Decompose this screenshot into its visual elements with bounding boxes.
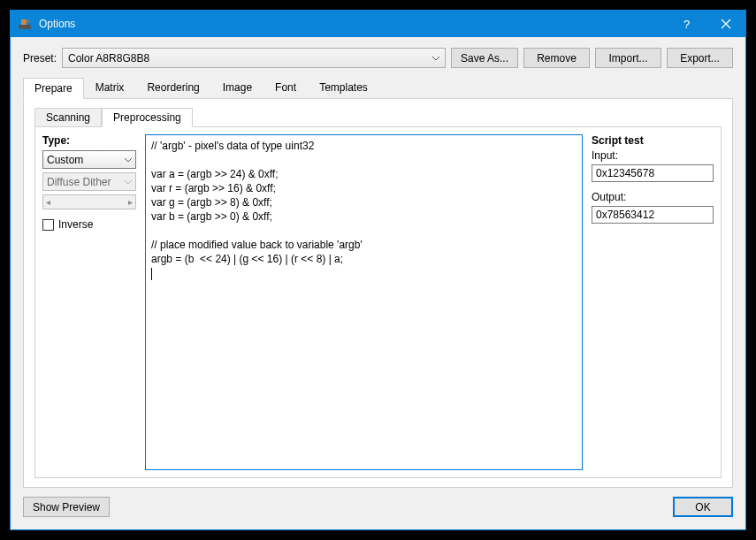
type-combo-value: Custom [47, 154, 83, 166]
svg-point-2 [27, 19, 30, 23]
svg-rect-1 [21, 19, 27, 25]
tab-preprocessing[interactable]: Preprocessing [102, 108, 193, 127]
window-title: Options [39, 18, 666, 30]
export-button[interactable]: Export... [667, 48, 733, 68]
script-test-header: Script test [592, 134, 714, 147]
tab-reordering[interactable]: Reordering [135, 77, 210, 98]
output-value: 0x78563412 [596, 209, 654, 221]
save-as-button[interactable]: Save As... [451, 48, 518, 68]
app-icon [18, 17, 32, 31]
tab-matrix[interactable]: Matrix [84, 77, 136, 98]
close-button[interactable] [706, 11, 745, 37]
tab-templates[interactable]: Templates [308, 77, 379, 98]
checkbox-box-icon [42, 219, 54, 231]
remove-button[interactable]: Remove [523, 48, 590, 68]
script-test-column: Script test Input: 0x12345678 Output: 0x… [592, 134, 714, 470]
options-window: Options ? Preset: Color A8R8G8B8 Save As… [10, 10, 746, 530]
output-field: 0x78563412 [592, 206, 714, 224]
preprocessing-panel: Type: Custom Diffuse Dither ◂ ▸ [34, 126, 722, 478]
svg-text:?: ? [683, 19, 690, 29]
preset-label: Preset: [23, 52, 57, 65]
type-combo[interactable]: Custom [42, 150, 136, 169]
dither-combo-value: Diffuse Dither [47, 176, 111, 188]
text-cursor [151, 268, 152, 280]
preset-select[interactable]: Color A8R8G8B8 [62, 48, 446, 68]
help-button[interactable]: ? [666, 11, 706, 37]
input-label: Input: [592, 149, 714, 162]
inverse-checkbox[interactable]: Inverse [42, 218, 136, 231]
inverse-label: Inverse [58, 218, 93, 231]
chevron-down-icon [432, 52, 439, 65]
dither-combo: Diffuse Dither [42, 172, 136, 191]
output-label: Output: [592, 191, 714, 203]
titlebar: Options ? [11, 11, 745, 37]
ok-button[interactable]: OK [673, 497, 733, 517]
inner-tabstrip: Scanning Preprocessing [34, 108, 722, 127]
tab-image[interactable]: Image [211, 77, 263, 98]
type-label: Type: [42, 134, 136, 147]
footer: Show Preview OK [23, 497, 733, 517]
chevron-left-icon: ◂ [46, 197, 50, 207]
show-preview-button[interactable]: Show Preview [23, 497, 110, 517]
client-area: Preset: Color A8R8G8B8 Save As... Remove… [11, 37, 745, 529]
tab-font[interactable]: Font [263, 77, 308, 98]
import-button[interactable]: Import... [595, 48, 661, 68]
tab-scanning[interactable]: Scanning [34, 108, 102, 127]
input-field[interactable]: 0x12345678 [592, 164, 714, 182]
disabled-scrollbar: ◂ ▸ [42, 194, 136, 209]
svg-rect-0 [19, 25, 31, 29]
tab-prepare[interactable]: Prepare [23, 78, 84, 99]
script-text: // 'argb' - pixel's data of type uint32 … [151, 140, 363, 265]
type-column: Type: Custom Diffuse Dither ◂ ▸ [42, 134, 136, 470]
outer-tabstrip: Prepare Matrix Reordering Image Font Tem… [23, 77, 733, 99]
chevron-down-icon [125, 176, 132, 188]
prepare-panel: Scanning Preprocessing Type: Custom Diff… [23, 99, 733, 488]
input-value: 0x12345678 [596, 167, 654, 179]
chevron-down-icon [125, 154, 132, 166]
preset-value: Color A8R8G8B8 [68, 52, 149, 65]
script-editor[interactable]: // 'argb' - pixel's data of type uint32 … [145, 134, 583, 470]
chevron-right-icon: ▸ [128, 197, 133, 207]
